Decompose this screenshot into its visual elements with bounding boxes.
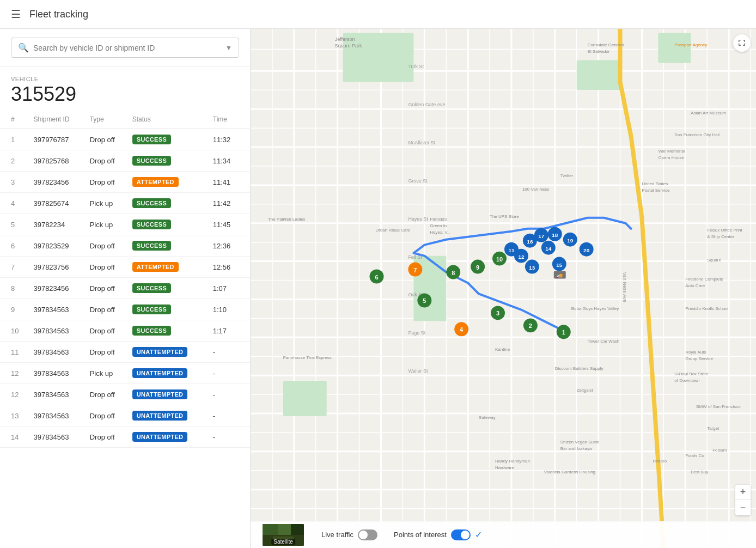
table-row[interactable]: 12 397834563 Pick up UNATTEMPTED - — [0, 363, 250, 384]
row-shipment-id: 397834563 — [29, 342, 85, 363]
svg-text:2: 2 — [529, 322, 532, 329]
row-type: Drop off — [86, 299, 128, 320]
svg-text:Firestone Complete: Firestone Complete — [685, 277, 723, 282]
row-status: UNATTEMPTED — [128, 342, 209, 363]
row-type: Drop off — [86, 342, 128, 363]
map-svg: Turk St Golden Gate Ave McAllister St Gr… — [251, 29, 756, 548]
search-icon: 🔍 — [18, 42, 29, 53]
svg-text:Best Buy: Best Buy — [691, 470, 708, 474]
table-row[interactable]: 5 39782234 Pick up SUCCESS 11:45 — [0, 214, 250, 235]
status-badge: ATTEMPTED — [132, 262, 179, 272]
svg-text:McAllister St: McAllister St — [408, 140, 435, 145]
svg-text:Rintaro: Rintaro — [653, 459, 667, 464]
table-row[interactable]: 2 397825768 Drop off SUCCESS 11:34 — [0, 150, 250, 172]
poi-toggle[interactable] — [451, 529, 471, 540]
status-badge: UNATTEMPTED — [132, 389, 188, 399]
live-traffic-group: Live traffic — [321, 529, 377, 540]
svg-text:4: 4 — [460, 326, 464, 333]
row-status: SUCCESS — [128, 320, 209, 342]
fullscreen-button[interactable] — [733, 34, 751, 52]
svg-text:Hardware: Hardware — [495, 465, 514, 470]
col-shipment-id: Shipment ID — [29, 110, 85, 129]
row-type: Pick up — [86, 193, 128, 214]
col-status: Status — [128, 110, 209, 129]
zoom-in-button[interactable]: + — [735, 485, 751, 500]
live-traffic-toggle[interactable] — [358, 529, 377, 540]
svg-rect-155 — [263, 523, 278, 535]
table-row[interactable]: 14 397834563 Drop off UNATTEMPTED - — [0, 427, 250, 448]
svg-text:U-Haul Box Store: U-Haul Box Store — [674, 372, 709, 376]
row-type: Drop off — [86, 150, 128, 172]
svg-text:Asian Art Museum: Asian Art Museum — [691, 111, 726, 115]
poi-check-icon: ✓ — [475, 529, 482, 540]
svg-text:14: 14 — [545, 246, 552, 252]
table-row[interactable]: 7 397823756 Drop off ATTEMPTED 12:56 — [0, 257, 250, 278]
row-num: 14 — [0, 427, 29, 448]
svg-text:Van Ness Ave: Van Ness Ave — [622, 272, 627, 303]
row-status: SUCCESS — [128, 129, 209, 150]
svg-rect-54 — [283, 381, 327, 416]
status-badge: ATTEMPTED — [132, 177, 179, 187]
svg-text:Boba Guys Hayes Valley: Boba Guys Hayes Valley — [571, 306, 619, 311]
table-row[interactable]: 6 397823529 Drop off SUCCESS 12:36 — [0, 235, 250, 257]
search-input[interactable] — [33, 44, 221, 52]
svg-rect-51 — [577, 60, 620, 90]
svg-text:Valencia Gardens Housing: Valencia Gardens Housing — [544, 470, 595, 474]
row-num: 6 — [0, 235, 29, 257]
menu-icon[interactable]: ☰ — [11, 8, 21, 21]
row-type: Drop off — [86, 129, 128, 150]
row-type: Drop off — [86, 427, 128, 448]
row-type: Drop off — [86, 320, 128, 342]
row-num: 3 — [0, 172, 29, 193]
svg-text:100 Van Ness: 100 Van Ness — [522, 187, 549, 192]
row-type: Pick up — [86, 363, 128, 384]
row-time: 11:42 — [209, 193, 250, 214]
svg-text:Jefferson: Jefferson — [335, 36, 355, 42]
svg-text:& Ship Center: & Ship Center — [707, 234, 734, 239]
row-shipment-id: 397834563 — [29, 363, 85, 384]
svg-text:The Painted Ladies: The Painted Ladies — [268, 217, 306, 222]
svg-text:Farmhouse Thai Express: Farmhouse Thai Express — [283, 355, 332, 360]
svg-text:20: 20 — [583, 247, 590, 253]
status-badge: SUCCESS — [132, 198, 171, 208]
svg-text:Handy Handyman: Handy Handyman — [495, 459, 530, 464]
row-time: 12:36 — [209, 235, 250, 257]
svg-text:Golden Gate Ave: Golden Gate Ave — [408, 102, 445, 107]
svg-text:Hayes, V...: Hayes, V... — [430, 230, 450, 235]
table-row[interactable]: 9 397834563 Drop off SUCCESS 1:10 — [0, 299, 250, 320]
table-row[interactable]: 12 397834563 Drop off UNATTEMPTED - — [0, 384, 250, 405]
svg-text:13: 13 — [529, 265, 535, 271]
status-badge: SUCCESS — [132, 283, 171, 293]
row-num: 7 — [0, 257, 29, 278]
row-type: Drop off — [86, 172, 128, 193]
table-row[interactable]: 8 397823456 Drop off SUCCESS 1:07 — [0, 278, 250, 299]
row-status: ATTEMPTED — [128, 172, 209, 193]
table-row[interactable]: 1 397976787 Drop off SUCCESS 11:32 — [0, 129, 250, 150]
col-type: Type — [86, 110, 128, 129]
table-row[interactable]: 3 397823456 Drop off ATTEMPTED 11:41 — [0, 172, 250, 193]
table-row[interactable]: 11 397834563 Drop off UNATTEMPTED - — [0, 342, 250, 363]
row-shipment-id: 397823456 — [29, 172, 85, 193]
search-dropdown-arrow[interactable]: ▼ — [225, 44, 232, 52]
row-status: ATTEMPTED — [128, 257, 209, 278]
map-area[interactable]: Turk St Golden Gate Ave McAllister St Gr… — [251, 29, 756, 548]
row-status: SUCCESS — [128, 150, 209, 172]
row-shipment-id: 39782234 — [29, 214, 85, 235]
status-badge: SUCCESS — [132, 241, 171, 251]
row-time: 1:17 — [209, 320, 250, 342]
svg-text:Urban Ritual Cafe: Urban Ritual Cafe — [376, 228, 411, 233]
vehicle-id: 315529 — [11, 82, 239, 106]
table-row[interactable]: 13 397834563 Drop off UNATTEMPTED - — [0, 405, 250, 427]
svg-text:War Memorial: War Memorial — [658, 149, 685, 154]
shipments-table: # Shipment ID Type Status Time 1 3979767… — [0, 110, 250, 448]
row-shipment-id: 397834563 — [29, 320, 85, 342]
svg-text:Group Service: Group Service — [685, 356, 714, 361]
table-row[interactable]: 10 397834563 Drop off SUCCESS 1:17 — [0, 320, 250, 342]
zoom-out-button[interactable]: − — [735, 500, 751, 515]
svg-text:1: 1 — [562, 329, 565, 336]
satellite-thumbnail[interactable]: Satellite — [261, 523, 305, 547]
table-row[interactable]: 4 397825674 Pick up SUCCESS 11:42 — [0, 193, 250, 214]
row-shipment-id: 397825768 — [29, 150, 85, 172]
status-badge: UNATTEMPTED — [132, 368, 188, 378]
svg-text:Grove St: Grove St — [408, 178, 428, 184]
